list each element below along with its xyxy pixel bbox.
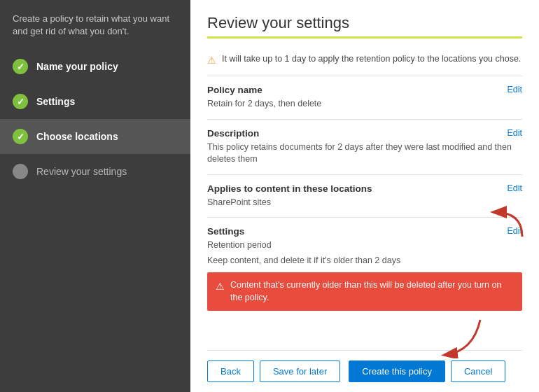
settings-value-line2: Keep content, and delete it if it's olde… — [207, 255, 522, 267]
description-title: Description — [207, 128, 259, 139]
sidebar-item-settings[interactable]: ✓ Settings — [0, 84, 190, 119]
locations-header: Applies to content in these locations Ed… — [207, 183, 522, 194]
settings-value-line1: Retention period — [207, 239, 522, 252]
settings-title: Settings — [207, 226, 244, 237]
step-pending-icon-4: ● — [13, 164, 28, 179]
policy-name-value: Retain for 2 days, then delete — [207, 98, 522, 111]
policy-name-edit-link[interactable]: Edit — [507, 85, 522, 94]
step-done-icon-3: ✓ — [13, 129, 28, 144]
create-policy-button[interactable]: Create this policy — [349, 360, 445, 382]
locations-edit-link[interactable]: Edit — [507, 183, 522, 193]
delete-alert-box: ⚠ Content that's currently older than th… — [207, 272, 522, 311]
sidebar-label-name-policy: Name your policy — [36, 61, 118, 72]
alert-icon: ⚠ — [216, 280, 225, 294]
description-section: Description Edit This policy retains doc… — [207, 119, 522, 174]
sidebar-label-choose-locations: Choose locations — [36, 131, 118, 142]
main-panel: Review your settings ⚠ It will take up t… — [190, 0, 539, 392]
step-done-icon-2: ✓ — [13, 94, 28, 109]
locations-section: Applies to content in these locations Ed… — [207, 174, 522, 218]
sidebar-label-settings: Settings — [36, 96, 75, 107]
sidebar: Create a policy to retain what you want … — [0, 0, 190, 392]
footer: Back Save for later Create this policy C… — [207, 350, 522, 392]
settings-section: Settings Edit Retention period Keep cont… — [207, 217, 522, 319]
sidebar-item-name-policy[interactable]: ✓ Name your policy — [0, 49, 190, 84]
policy-name-section: Policy name Edit Retain for 2 days, then… — [207, 76, 522, 119]
locations-value: SharePoint sites — [207, 197, 522, 209]
sidebar-item-review-settings[interactable]: ● Review your settings — [0, 154, 190, 189]
arrow-to-create — [417, 316, 487, 358]
settings-edit-link[interactable]: Edit — [507, 226, 522, 236]
locations-title: Applies to content in these locations — [207, 183, 372, 194]
page-title: Review your settings — [207, 14, 522, 38]
warning-banner: ⚠ It will take up to 1 day to apply the … — [207, 48, 522, 76]
settings-header: Settings Edit — [207, 226, 522, 237]
warning-icon: ⚠ — [207, 55, 216, 66]
policy-name-title: Policy name — [207, 85, 262, 95]
back-button[interactable]: Back — [207, 360, 254, 382]
sidebar-label-review-settings: Review your settings — [36, 166, 127, 177]
sidebar-item-choose-locations[interactable]: ✓ Choose locations — [0, 119, 190, 154]
sidebar-intro: Create a policy to retain what you want … — [0, 0, 190, 49]
cancel-button[interactable]: Cancel — [451, 360, 505, 382]
description-edit-link[interactable]: Edit — [507, 128, 522, 138]
save-for-later-button[interactable]: Save for later — [260, 360, 340, 382]
warning-text: It will take up to 1 day to apply the re… — [222, 54, 521, 64]
description-header: Description Edit — [207, 128, 522, 139]
alert-text: Content that's currently older than this… — [230, 279, 514, 304]
description-value: This policy retains documents for 2 days… — [207, 141, 522, 166]
policy-name-header: Policy name Edit — [207, 85, 522, 95]
step-done-icon-1: ✓ — [13, 59, 28, 74]
